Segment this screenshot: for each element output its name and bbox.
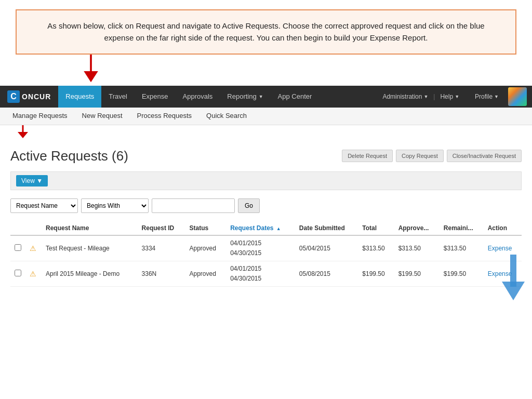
row2-name: April 2015 Mileage - Demo [42,261,138,286]
logo-text: ONCUR [22,92,51,101]
row2-warning-icon: ⚠ [30,270,36,278]
row2-id: 336N [138,261,185,286]
blue-arrow-icon [502,255,525,301]
row2-warning-cell: ⚠ [25,261,42,286]
nav-item-reporting[interactable]: Reporting ▼ [220,86,270,108]
col-date-submitted: Date Submitted [295,221,358,235]
red-arrow-icon [81,55,101,83]
filter-field-select[interactable]: Request Name Request ID Status [10,198,78,213]
help-link[interactable]: Help ▼ [435,93,464,100]
col-checkbox [10,221,25,235]
col-status: Status [185,221,226,235]
profile-dropdown-icon: ▼ [494,94,499,99]
topnav-bar: C ONCUR Requests Travel Expense Approval… [0,86,532,108]
avatar[interactable] [508,87,527,106]
row1-name: Test Request - Mileage [42,235,138,261]
page-title-row: Active Requests (6) Delete Request Copy … [10,148,522,164]
subnav-quick-search[interactable]: Quick Search [199,107,254,125]
row1-status: Approved [185,235,226,261]
row2-checkbox[interactable] [15,270,21,276]
logo-area[interactable]: C ONCUR [5,90,56,103]
col-total: Total [358,221,394,235]
row1-submitted: 05/04/2015 [295,235,358,261]
row1-checkbox-cell [10,235,25,261]
go-button[interactable]: Go [238,198,260,213]
row2-total: $199.50 [358,261,394,286]
row1-remaining: $313.50 [440,235,484,261]
red-arrow2-icon [16,125,30,139]
main-content: Active Requests (6) Delete Request Copy … [0,140,532,296]
row2-approved: $199.50 [394,261,440,286]
svg-marker-3 [18,132,28,138]
administration-link[interactable]: Administration ▼ [377,93,433,100]
red-arrow-container [81,55,532,86]
row2-remaining: $199.50 [440,261,484,286]
subnav-new-request[interactable]: New Request [75,107,130,125]
view-row: View ▼ [10,171,522,190]
topnav-left: C ONCUR Requests Travel Expense Approval… [5,86,319,108]
copy-request-button[interactable]: Copy Request [396,150,444,162]
table-row: ⚠ April 2015 Mileage - Demo 336N Approve… [10,261,522,286]
subnav-process-requests[interactable]: Process Requests [130,107,200,125]
page-title: Active Requests (6) [10,148,128,164]
row1-expense-link[interactable]: Expense [488,245,512,252]
row1-approved: $313.50 [394,235,440,261]
col-approved: Approve... [394,221,440,235]
blue-arrow-container [502,255,525,303]
col-request-dates[interactable]: Request Dates ▲ [226,221,295,235]
row1-warning-cell: ⚠ [25,235,42,261]
row1-id: 3334 [138,235,185,261]
row2-submitted: 05/08/2015 [295,261,358,286]
logo-icon: C [7,90,20,103]
row2-dates: 04/01/2015 04/30/2015 [226,261,295,286]
row1-dates: 04/01/2015 04/30/2015 [226,235,295,261]
help-dropdown-icon: ▼ [455,94,459,99]
row1-checkbox[interactable] [15,244,21,251]
profile-link[interactable]: Profile ▼ [470,93,504,100]
title-buttons: Delete Request Copy Request Close/Inacti… [342,150,522,162]
requests-table: Request Name Request ID Status Request D… [10,221,522,287]
view-button[interactable]: View ▼ [16,175,48,187]
row2-checkbox-cell [10,261,25,286]
instruction-text: As shown below, click on Request and nav… [47,21,484,42]
filter-row: Request Name Request ID Status Begins Wi… [10,195,522,216]
svg-marker-1 [84,71,98,82]
reporting-dropdown-icon: ▼ [259,94,263,99]
subnav-arrow-container [16,125,532,140]
close-request-button[interactable]: Close/Inactivate Request [447,150,522,162]
table-header-row: Request Name Request ID Status Request D… [10,221,522,235]
topnav-right: Administration ▼ | Help ▼ Profile ▼ [377,87,527,106]
col-action: Action [484,221,522,235]
col-warning [25,221,42,235]
col-request-name: Request Name [42,221,138,235]
svg-marker-5 [502,282,525,300]
instruction-box: As shown below, click on Request and nav… [16,9,516,55]
filter-condition-select[interactable]: Begins With Contains Equals [81,198,149,213]
nav-item-expense[interactable]: Expense [135,86,176,108]
filter-value-input[interactable] [152,198,235,213]
col-request-id: Request ID [138,221,185,235]
row1-warning-icon: ⚠ [30,244,36,252]
nav-item-travel[interactable]: Travel [101,86,135,108]
table-row: ⚠ Test Request - Mileage 3334 Approved 0… [10,235,522,261]
nav-item-appcenter[interactable]: App Center [271,86,320,108]
subnav-bar: Manage Requests New Request Process Requ… [0,108,532,125]
nav-item-requests[interactable]: Requests [58,86,101,108]
subnav-manage-requests[interactable]: Manage Requests [5,107,75,125]
row1-total: $313.50 [358,235,394,261]
row2-status: Approved [185,261,226,286]
nav-item-approvals[interactable]: Approvals [176,86,220,108]
col-remaining: Remaini... [440,221,484,235]
admin-dropdown-icon: ▼ [423,94,428,99]
delete-request-button[interactable]: Delete Request [342,150,393,162]
